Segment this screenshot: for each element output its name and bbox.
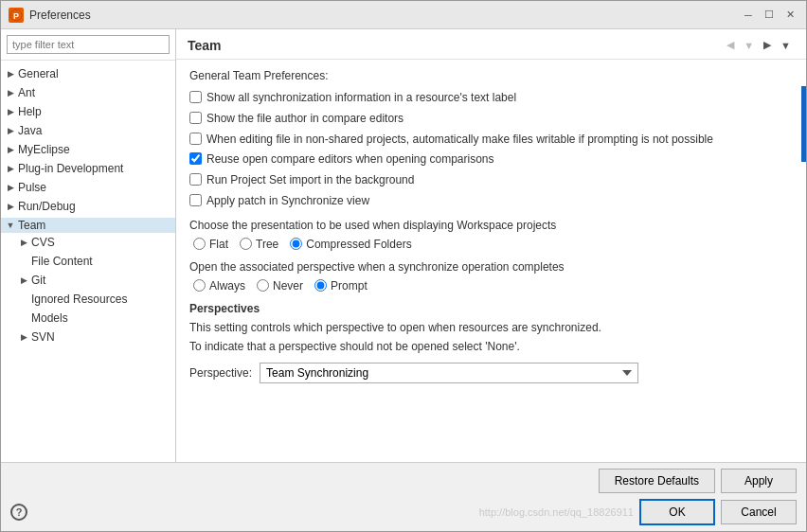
tree-label-help: Help bbox=[18, 105, 42, 118]
presentation-section: Choose the presentation to be used when … bbox=[189, 219, 793, 251]
tree-label-cvs: CVS bbox=[31, 236, 55, 249]
radio-always-label: Always bbox=[209, 279, 245, 293]
checkbox-show-sync: Show all synchronization information in … bbox=[189, 90, 793, 106]
label-run-project-set: Run Project Set import in the background bbox=[206, 172, 414, 188]
team-children: ▶ CVS ▶ File Content bbox=[1, 233, 175, 346]
nav-back-dropdown[interactable]: ▼ bbox=[740, 38, 758, 53]
expander-myeclipse[interactable]: ▶ bbox=[5, 144, 16, 155]
label-show-file-author: Show the file author in compare editors bbox=[206, 111, 404, 127]
ok-button[interactable]: OK bbox=[639, 499, 715, 525]
perspectives-desc1: This setting controls which perspective … bbox=[189, 319, 793, 336]
expander-java[interactable]: ▶ bbox=[5, 125, 16, 136]
nav-arrows: ◀ ▼ ▶ ▼ bbox=[723, 37, 795, 53]
perspectives-section: Perspectives This setting controls which… bbox=[189, 302, 793, 383]
bottom-bar: Restore Defaults Apply ? http://blog.csd… bbox=[1, 462, 806, 531]
checkbox-run-project-set[interactable] bbox=[189, 173, 202, 186]
ok-cancel-row: ? http://blog.csdn.net/qq_18826911 OK Ca… bbox=[10, 499, 797, 525]
checkbox-run-project: Run Project Set import in the background bbox=[189, 172, 793, 188]
ok-cancel-buttons: http://blog.csdn.net/qq_18826911 OK Canc… bbox=[479, 499, 797, 525]
tree-item-myeclipse[interactable]: ▶ MyEclipse bbox=[1, 140, 175, 159]
label-reuse-compare: Reuse open compare editors when opening … bbox=[206, 151, 494, 168]
cancel-button[interactable]: Cancel bbox=[721, 500, 797, 524]
tree-label-ant: Ant bbox=[18, 86, 35, 99]
checkbox-reuse-compare: Reuse open compare editors when opening … bbox=[189, 151, 793, 168]
right-panel-title: Team bbox=[188, 38, 222, 53]
radio-never-input[interactable] bbox=[257, 279, 269, 292]
title-bar-left: P Preferences bbox=[9, 8, 91, 23]
perspective-label: Perspective: bbox=[189, 366, 252, 380]
tree-item-plugin-dev[interactable]: ▶ Plug-in Development bbox=[1, 159, 175, 178]
tree-item-git[interactable]: ▶ Git bbox=[14, 271, 175, 290]
search-bar bbox=[1, 29, 175, 61]
perspective-open-radio-group: Always Never Prompt bbox=[189, 279, 793, 293]
checkbox-auto-writable[interactable] bbox=[189, 133, 202, 145]
minimize-button[interactable]: ─ bbox=[740, 7, 757, 24]
tree-item-cvs[interactable]: ▶ CVS bbox=[14, 233, 175, 252]
tree-item-svn[interactable]: ▶ SVN bbox=[14, 328, 175, 346]
restore-defaults-button[interactable]: Restore Defaults bbox=[599, 469, 715, 493]
tree-item-ant[interactable]: ▶ Ant bbox=[1, 83, 175, 102]
tree-label-myeclipse: MyEclipse bbox=[18, 143, 70, 156]
expander-ant[interactable]: ▶ bbox=[5, 87, 16, 98]
help-icon[interactable]: ? bbox=[10, 504, 27, 521]
perspective-open-section: Open the associated perspective when a s… bbox=[189, 260, 793, 293]
radio-flat-label: Flat bbox=[209, 238, 228, 251]
radio-tree-input[interactable] bbox=[240, 238, 252, 250]
search-input[interactable] bbox=[7, 35, 170, 54]
radio-prompt-input[interactable] bbox=[314, 279, 327, 292]
checkbox-show-sync-info[interactable] bbox=[189, 91, 202, 103]
radio-flat-input[interactable] bbox=[193, 238, 206, 250]
tree-item-general[interactable]: ▶ General bbox=[1, 64, 175, 83]
accent-bar bbox=[801, 86, 806, 162]
radio-always-input[interactable] bbox=[193, 279, 206, 292]
tree-item-file-content[interactable]: ▶ File Content bbox=[14, 252, 175, 271]
radio-compressed-input[interactable] bbox=[290, 238, 302, 250]
radio-flat: Flat bbox=[193, 238, 228, 251]
checkbox-show-author: Show the file author in compare editors bbox=[189, 111, 793, 127]
tree-item-java[interactable]: ▶ Java bbox=[1, 121, 175, 140]
expander-svn[interactable]: ▶ bbox=[18, 331, 29, 343]
perspective-select[interactable]: Team Synchronizing None Java Debug Resou… bbox=[260, 363, 638, 383]
tree-label-pulse: Pulse bbox=[18, 181, 46, 194]
maximize-button[interactable]: ☐ bbox=[761, 7, 778, 24]
expander-git[interactable]: ▶ bbox=[18, 275, 29, 286]
close-button[interactable]: ✕ bbox=[781, 7, 798, 24]
expander-cvs[interactable]: ▶ bbox=[18, 237, 29, 248]
tree-label-plugin-dev: Plug-in Development bbox=[18, 162, 123, 175]
right-header: Team ◀ ▼ ▶ ▼ bbox=[176, 29, 806, 60]
tree-label-git: Git bbox=[31, 274, 45, 287]
radio-prompt: Prompt bbox=[314, 279, 368, 293]
nav-forward-button[interactable]: ▶ bbox=[760, 37, 775, 53]
tree-container: ▶ General ▶ Ant ▶ Help bbox=[1, 61, 175, 462]
tree-item-team[interactable]: ▼ Team ▶ CVS bbox=[1, 216, 175, 348]
nav-back-button[interactable]: ◀ bbox=[723, 37, 738, 53]
checkbox-reuse-compare[interactable] bbox=[189, 152, 202, 165]
expander-team[interactable]: ▼ bbox=[5, 220, 16, 231]
apply-button[interactable]: Apply bbox=[721, 469, 797, 493]
tree-label-file-content: File Content bbox=[31, 255, 93, 268]
tree-item-run-debug[interactable]: ▶ Run/Debug bbox=[1, 197, 175, 216]
checkbox-apply-patch: Apply patch in Synchronize view bbox=[189, 193, 793, 209]
perspectives-desc2: To indicate that a perspective should no… bbox=[189, 338, 793, 355]
left-panel: ▶ General ▶ Ant ▶ Help bbox=[1, 29, 176, 462]
expander-plugin-dev[interactable]: ▶ bbox=[5, 163, 16, 174]
expander-run-debug[interactable]: ▶ bbox=[5, 201, 16, 212]
tree-label-svn: SVN bbox=[31, 330, 55, 344]
right-panel: Team ◀ ▼ ▶ ▼ General Team Preferences: S… bbox=[176, 29, 806, 462]
tree-item-models[interactable]: ▶ Models bbox=[14, 309, 175, 328]
expander-pulse[interactable]: ▶ bbox=[5, 182, 16, 193]
watermark: http://blog.csdn.net/qq_18826911 bbox=[479, 506, 634, 518]
tree-label-java: Java bbox=[18, 124, 42, 137]
tree-item-ignored-resources[interactable]: ▶ Ignored Resources bbox=[14, 290, 175, 309]
tree-label-team: Team bbox=[18, 219, 45, 232]
tree-item-pulse[interactable]: ▶ Pulse bbox=[1, 178, 175, 197]
radio-never-label: Never bbox=[273, 279, 303, 293]
checkbox-show-file-author[interactable] bbox=[189, 112, 202, 124]
presentation-radio-group: Flat Tree Compressed Folders bbox=[189, 238, 793, 251]
expander-general[interactable]: ▶ bbox=[5, 68, 16, 80]
nav-forward-dropdown[interactable]: ▼ bbox=[777, 38, 795, 53]
checkbox-apply-patch[interactable] bbox=[189, 194, 202, 206]
tree-item-help[interactable]: ▶ Help bbox=[1, 102, 175, 121]
svg-text:P: P bbox=[13, 11, 19, 21]
expander-help[interactable]: ▶ bbox=[5, 106, 16, 117]
